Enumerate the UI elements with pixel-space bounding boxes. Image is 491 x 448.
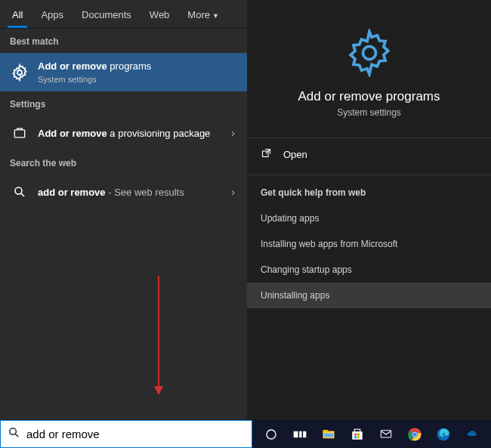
package-icon [9, 122, 30, 144]
svg-point-2 [15, 187, 22, 194]
tab-more[interactable]: More▼ [178, 2, 228, 27]
svg-rect-13 [323, 430, 329, 432]
taskview-icon[interactable] [292, 426, 308, 443]
search-icon [1, 426, 26, 442]
cortana-icon[interactable] [263, 426, 279, 443]
detail-title: Add or remove programs [262, 89, 476, 104]
svg-rect-11 [303, 431, 306, 437]
results-panel: All Apps Documents Web More▼ Best match … [0, 0, 247, 420]
open-icon [261, 147, 274, 161]
help-title: Get quick help from web [247, 175, 491, 205]
svg-rect-21 [381, 430, 391, 437]
svg-rect-20 [357, 436, 360, 438]
svg-point-26 [413, 432, 417, 436]
detail-panel: Add or remove programs System settings O… [247, 0, 491, 420]
gear-icon [9, 62, 30, 83]
svg-point-8 [267, 430, 276, 439]
open-button[interactable]: Open [247, 138, 491, 170]
result-web[interactable]: add or remove - See web results › [0, 175, 247, 209]
svg-rect-18 [357, 433, 360, 435]
svg-rect-9 [294, 431, 298, 437]
tabs: All Apps Documents Web More▼ [0, 0, 247, 29]
help-item[interactable]: Uninstalling apps [247, 283, 491, 308]
svg-point-0 [17, 70, 22, 75]
search-icon [9, 181, 30, 202]
help-item[interactable]: Changing startup apps [247, 257, 491, 283]
svg-rect-10 [299, 431, 301, 437]
help-item[interactable]: Updating apps [247, 205, 491, 231]
svg-rect-16 [354, 429, 360, 432]
detail-hero: Add or remove programs System settings [247, 0, 491, 133]
result-best-match[interactable]: Add or remove programs System settings [0, 53, 247, 91]
section-settings: Settings [0, 91, 247, 116]
bottom-bar [0, 420, 491, 448]
section-best-match: Best match [0, 29, 247, 53]
tab-all[interactable]: All [3, 2, 32, 27]
store-icon[interactable] [349, 426, 366, 443]
edge-icon[interactable] [435, 426, 452, 443]
help-item[interactable]: Installing web apps from Microsoft [247, 231, 491, 257]
result-settings-provisioning[interactable]: Add or remove a provisioning package › [0, 116, 247, 150]
svg-rect-19 [354, 436, 357, 438]
svg-point-3 [363, 46, 375, 59]
chevron-down-icon: ▼ [212, 12, 219, 20]
chevron-right-icon: › [228, 127, 238, 139]
tab-documents[interactable]: Documents [73, 2, 141, 27]
detail-subtitle: System settings [262, 107, 476, 118]
onedrive-icon[interactable] [464, 426, 480, 443]
svg-point-7 [9, 428, 15, 435]
svg-rect-14 [324, 433, 333, 437]
explorer-icon[interactable] [320, 426, 337, 443]
taskbar [252, 420, 491, 448]
svg-rect-17 [354, 433, 357, 435]
search-input[interactable] [26, 428, 252, 440]
gear-icon [345, 29, 394, 77]
tab-web[interactable]: Web [141, 2, 179, 27]
section-search-web: Search the web [0, 150, 247, 175]
chevron-right-icon: › [228, 186, 238, 198]
mail-icon[interactable] [378, 426, 394, 443]
svg-rect-1 [14, 130, 24, 137]
search-box[interactable] [0, 420, 252, 448]
tab-apps[interactable]: Apps [32, 2, 73, 27]
chrome-icon[interactable] [406, 426, 423, 443]
